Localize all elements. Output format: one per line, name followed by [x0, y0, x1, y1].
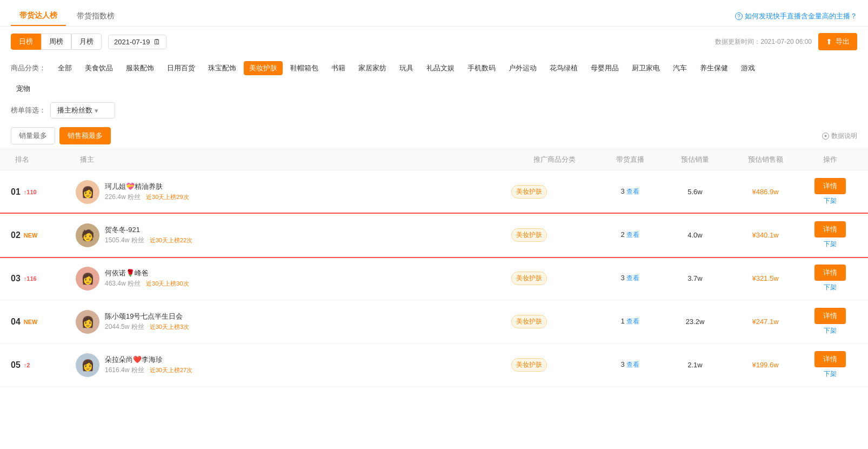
view-live-link[interactable]: 查看 — [626, 231, 639, 239]
sales-qty-cell: 4.0w — [663, 231, 727, 239]
cat-books[interactable]: 书籍 — [326, 61, 351, 75]
detail-button[interactable]: 详情 — [814, 178, 846, 194]
rank-cell: 02 NEW — [11, 230, 76, 240]
rank-cell: 05 ↑2 — [11, 360, 76, 370]
cat-babycare[interactable]: 母婴用品 — [585, 61, 624, 75]
cat-games[interactable]: 游戏 — [736, 61, 760, 75]
view-live-link[interactable]: 查看 — [626, 361, 639, 368]
weekly-button[interactable]: 周榜 — [41, 34, 71, 50]
detail-button[interactable]: 详情 — [814, 221, 846, 237]
export-button[interactable]: ⬆ 导出 — [818, 33, 857, 50]
anchor-name[interactable]: 陈小颂19号七点半生日会 — [105, 312, 189, 321]
date-picker[interactable]: 2021-07-19 🗓 — [108, 35, 166, 49]
action-cell: 详情 下架 — [803, 351, 857, 379]
detail-button[interactable]: 详情 — [814, 308, 846, 324]
sales-qty-cell: 23.2w — [663, 318, 727, 326]
category-cell: 美妆护肤 — [511, 185, 598, 199]
cat-health[interactable]: 养生保健 — [695, 61, 733, 75]
anchor-cell: 👩 何依诺🌹峰爸 463.4w 粉丝 近30天上榜30次 — [76, 267, 511, 290]
tab-daigouren[interactable]: 带货达人榜 — [11, 6, 66, 26]
filter-value: 播主粉丝数 — [57, 105, 92, 115]
data-note[interactable]: ● 数据说明 — [822, 131, 857, 141]
tab-daigouindex[interactable]: 带货指数榜 — [68, 7, 123, 25]
view-live-link[interactable]: 查看 — [626, 188, 639, 195]
filter-row: 榜单筛选： 播主粉丝数 ▾ — [0, 98, 868, 123]
question-icon: ? — [735, 12, 743, 20]
sort-sales-qty[interactable]: 销量最多 — [11, 127, 55, 144]
rank-badge[interactable]: 近30天上榜29次 — [146, 194, 189, 200]
anchor-followers: 226.4w 粉丝 近30天上榜29次 — [105, 193, 189, 202]
category-tag: 美妆护肤 — [511, 185, 547, 199]
rank-new-badge: NEW — [24, 232, 38, 239]
rank-badge[interactable]: 近30天上榜22次 — [150, 237, 192, 243]
rank-badge[interactable]: 近30天上榜3次 — [150, 323, 189, 330]
monthly-button[interactable]: 月榜 — [71, 34, 102, 50]
delist-link[interactable]: 下架 — [824, 240, 837, 249]
delist-link[interactable]: 下架 — [824, 369, 837, 379]
detail-button[interactable]: 详情 — [814, 265, 846, 281]
anchor-name[interactable]: 贺冬冬-921 — [105, 225, 192, 235]
cat-digital[interactable]: 手机数码 — [462, 61, 501, 75]
rank-number: 01 — [11, 187, 21, 197]
circle-icon: ● — [822, 133, 829, 140]
delist-link[interactable]: 下架 — [824, 283, 837, 292]
rank-cell: 04 NEW — [11, 317, 76, 327]
anchor-name[interactable]: 何依诺🌹峰爸 — [105, 268, 189, 278]
header-rank: 排名 — [11, 155, 76, 164]
rank-badge[interactable]: 近30天上榜30次 — [146, 280, 189, 287]
sales-qty-cell: 5.6w — [663, 188, 727, 196]
category-tag: 美妆护肤 — [511, 228, 547, 242]
detail-button[interactable]: 详情 — [814, 351, 846, 367]
delist-link[interactable]: 下架 — [824, 326, 837, 335]
filter-select[interactable]: 播主粉丝数 ▾ — [50, 102, 115, 118]
anchor-cell: 👩 朵拉朵尚❤️李海珍 1616.4w 粉丝 近30天上榜27次 — [76, 353, 511, 377]
anchor-name[interactable]: 珂儿姐💝精油养肤 — [105, 182, 189, 192]
rank-change: ↑110 — [24, 189, 37, 195]
anchor-followers: 463.4w 粉丝 近30天上榜30次 — [105, 279, 189, 288]
cat-all[interactable]: 全部 — [52, 61, 77, 75]
rank-number: 04 — [11, 317, 21, 327]
view-live-link[interactable]: 查看 — [626, 274, 639, 282]
cat-food[interactable]: 美食饮品 — [79, 61, 118, 75]
sort-sales-amt[interactable]: 销售额最多 — [59, 127, 111, 144]
cat-daily[interactable]: 日用百货 — [162, 61, 201, 75]
cat-plants[interactable]: 花鸟绿植 — [544, 61, 583, 75]
cat-home[interactable]: 家居家纺 — [353, 61, 392, 75]
cat-bags[interactable]: 鞋帽箱包 — [285, 61, 324, 75]
table-header: 排名 播主 推广商品分类 带货直播 预估销量 预估销售额 操作 — [0, 149, 868, 170]
rank-new-badge: NEW — [24, 319, 38, 325]
cat-kitchen[interactable]: 厨卫家电 — [626, 61, 665, 75]
help-link[interactable]: ? 如何发现快手直播含金量高的主播？ — [735, 11, 857, 21]
anchor-info: 何依诺🌹峰爸 463.4w 粉丝 近30天上榜30次 — [105, 268, 189, 288]
cat-beauty[interactable]: 美妆护肤 — [244, 61, 283, 75]
delist-link[interactable]: 下架 — [824, 196, 837, 206]
daily-button[interactable]: 日榜 — [11, 34, 41, 50]
live-cell: 2 查看 — [598, 230, 663, 240]
cat-car[interactable]: 汽车 — [667, 61, 692, 75]
sort-group: 销量最多 销售额最多 — [11, 127, 111, 144]
table-row: 03 ↑116 👩 何依诺🌹峰爸 463.4w 粉丝 近30天上榜30次 美妆护… — [0, 257, 868, 300]
rank-badge[interactable]: 近30天上榜27次 — [150, 367, 192, 373]
live-cell: 1 查看 — [598, 317, 663, 326]
anchor-followers: 2044.5w 粉丝 近30天上榜3次 — [105, 322, 189, 332]
cat-pets[interactable]: 宠物 — [11, 82, 36, 96]
live-cell: 3 查看 — [598, 274, 663, 283]
cat-toys[interactable]: 玩具 — [394, 61, 419, 75]
anchor-name[interactable]: 朵拉朵尚❤️李海珍 — [105, 355, 192, 365]
header-live: 带货直播 — [598, 155, 663, 164]
sort-row: 销量最多 销售额最多 ● 数据说明 — [0, 123, 868, 149]
category-cell: 美妆护肤 — [511, 358, 598, 372]
cat-gifts[interactable]: 礼品文娱 — [421, 61, 460, 75]
view-live-link[interactable]: 查看 — [626, 318, 639, 325]
data-note-text: 数据说明 — [831, 131, 857, 141]
sales-amt-cell: ¥247.1w — [727, 318, 803, 326]
calendar-icon: 🗓 — [153, 38, 161, 46]
sales-amt-cell: ¥340.1w — [727, 231, 803, 239]
rank-number: 02 — [11, 230, 21, 240]
rank-number: 03 — [11, 274, 21, 283]
cat-jewelry[interactable]: 珠宝配饰 — [203, 61, 242, 75]
cat-clothing[interactable]: 服装配饰 — [121, 61, 159, 75]
anchor-info: 陈小颂19号七点半生日会 2044.5w 粉丝 近30天上榜3次 — [105, 312, 189, 332]
sales-amt-cell: ¥199.6w — [727, 361, 803, 369]
cat-outdoor[interactable]: 户外运动 — [503, 61, 542, 75]
